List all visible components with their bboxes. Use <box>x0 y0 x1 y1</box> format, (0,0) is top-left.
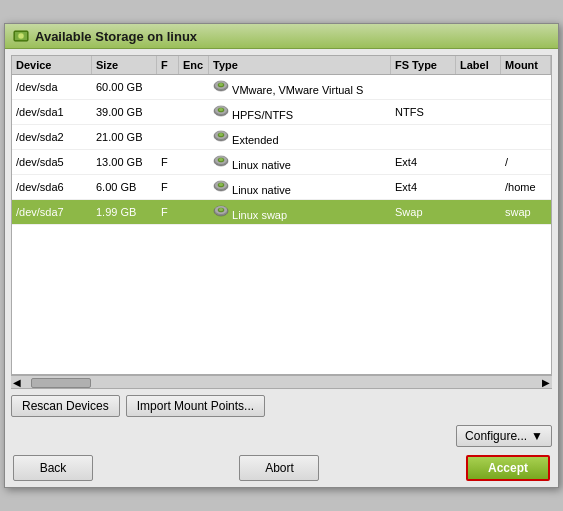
cell-f: F <box>157 178 179 196</box>
cell-size: 21.00 GB <box>92 128 157 146</box>
col-type: Type <box>209 56 391 74</box>
cell-enc <box>179 109 209 115</box>
cell-fstype: Ext4 <box>391 178 456 196</box>
cell-fstype <box>391 134 456 140</box>
svg-point-14 <box>219 133 223 136</box>
scroll-right-icon[interactable]: ▶ <box>540 377 552 388</box>
col-device: Device <box>12 56 92 74</box>
table-row[interactable]: /dev/sda2 21.00 GB Extended <box>12 125 551 150</box>
cell-enc <box>179 134 209 140</box>
cell-type: Linux swap <box>209 200 391 224</box>
cell-type: Extended <box>209 125 391 149</box>
configure-dropdown-icon[interactable]: ▼ <box>531 429 543 443</box>
table-header: Device Size F Enc Type FS Type Label Mou… <box>12 56 551 75</box>
table-body[interactable]: /dev/sda 60.00 GB VMware, VMware Virtual… <box>12 75 551 373</box>
table-row[interactable]: /dev/sda6 6.00 GB F Linux native Ext4 /h… <box>12 175 551 200</box>
cell-fstype: NTFS <box>391 103 456 121</box>
rescan-devices-button[interactable]: Rescan Devices <box>11 395 120 417</box>
col-size: Size <box>92 56 157 74</box>
cell-mount: /home <box>501 178 551 196</box>
scroll-left-icon[interactable]: ◀ <box>11 377 23 388</box>
col-mount: Mount <box>501 56 551 74</box>
col-fstype: FS Type <box>391 56 456 74</box>
table-row[interactable]: /dev/sda 60.00 GB VMware, VMware Virtual… <box>12 75 551 100</box>
cell-fstype: Ext4 <box>391 153 456 171</box>
cell-size: 1.99 GB <box>92 203 157 221</box>
cell-type: Linux native <box>209 175 391 199</box>
cell-fstype <box>391 84 456 90</box>
cell-label <box>456 84 501 90</box>
col-f: F <box>157 56 179 74</box>
horizontal-scrollbar[interactable]: ◀ ▶ <box>11 375 552 389</box>
back-button[interactable]: Back <box>13 455 93 481</box>
scrollbar-thumb[interactable] <box>31 378 91 388</box>
table-row[interactable]: /dev/sda1 39.00 GB HPFS/NTFS NTFS <box>12 100 551 125</box>
svg-point-10 <box>219 108 223 111</box>
import-mount-points-button[interactable]: Import Mount Points... <box>126 395 265 417</box>
svg-point-22 <box>219 183 223 186</box>
col-enc: Enc <box>179 56 209 74</box>
cell-f <box>157 109 179 115</box>
svg-point-6 <box>219 83 223 86</box>
window-icon <box>13 28 29 44</box>
content-area: Device Size F Enc Type FS Type Label Mou… <box>5 49 558 487</box>
storage-table[interactable]: Device Size F Enc Type FS Type Label Mou… <box>11 55 552 375</box>
cell-mount <box>501 134 551 140</box>
cell-f <box>157 134 179 140</box>
cell-type: HPFS/NTFS <box>209 100 391 124</box>
configure-row: Configure... ▼ <box>11 425 552 447</box>
cell-device: /dev/sda5 <box>12 153 92 171</box>
cell-size: 39.00 GB <box>92 103 157 121</box>
window-title: Available Storage on linux <box>35 29 197 44</box>
cell-enc <box>179 84 209 90</box>
cell-device: /dev/sda6 <box>12 178 92 196</box>
cell-size: 13.00 GB <box>92 153 157 171</box>
cell-size: 60.00 GB <box>92 78 157 96</box>
col-label: Label <box>456 56 501 74</box>
cell-type: VMware, VMware Virtual S <box>209 75 391 99</box>
titlebar: Available Storage on linux <box>5 24 558 49</box>
cell-device: /dev/sda7 <box>12 203 92 221</box>
table-row[interactable]: /dev/sda7 1.99 GB F Linux swap Swap swap <box>12 200 551 225</box>
cell-fstype: Swap <box>391 203 456 221</box>
cell-enc <box>179 209 209 215</box>
cell-type: Linux native <box>209 150 391 174</box>
configure-button[interactable]: Configure... ▼ <box>456 425 552 447</box>
abort-button[interactable]: Abort <box>239 455 319 481</box>
cell-enc <box>179 159 209 165</box>
main-window: Available Storage on linux Device Size F… <box>4 23 559 488</box>
cell-label <box>456 209 501 215</box>
action-buttons-row: Rescan Devices Import Mount Points... <box>11 395 552 417</box>
accept-button[interactable]: Accept <box>466 455 550 481</box>
svg-point-2 <box>18 33 24 39</box>
cell-device: /dev/sda2 <box>12 128 92 146</box>
cell-f <box>157 84 179 90</box>
navigation-row: Back Abort Accept <box>11 455 552 481</box>
cell-label <box>456 109 501 115</box>
cell-mount: swap <box>501 203 551 221</box>
svg-point-26 <box>219 208 223 211</box>
cell-mount <box>501 109 551 115</box>
cell-f: F <box>157 153 179 171</box>
cell-label <box>456 159 501 165</box>
cell-size: 6.00 GB <box>92 178 157 196</box>
cell-enc <box>179 184 209 190</box>
svg-point-18 <box>219 158 223 161</box>
cell-mount: / <box>501 153 551 171</box>
cell-label <box>456 134 501 140</box>
table-row[interactable]: /dev/sda5 13.00 GB F Linux native Ext4 / <box>12 150 551 175</box>
cell-device: /dev/sda1 <box>12 103 92 121</box>
cell-device: /dev/sda <box>12 78 92 96</box>
cell-mount <box>501 84 551 90</box>
cell-label <box>456 184 501 190</box>
cell-f: F <box>157 203 179 221</box>
